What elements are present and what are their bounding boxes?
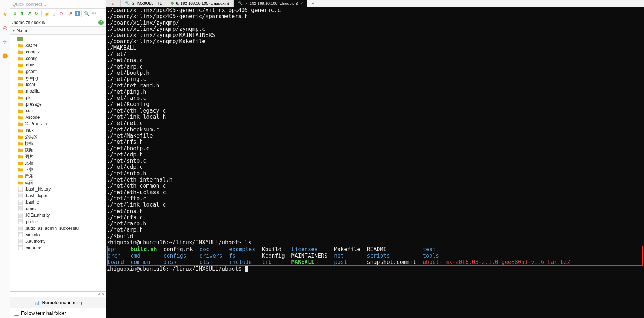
tree-item-label: 音乐 (25, 173, 33, 179)
tree-item[interactable]: .. (10, 36, 106, 42)
tree-item[interactable]: .gnupg (10, 75, 106, 81)
folder-icon (17, 147, 23, 152)
path-input[interactable] (12, 20, 97, 25)
settings-icon[interactable]: ••• (90, 10, 97, 17)
status-dot-icon (171, 2, 174, 5)
tree-item-label: .cache (25, 43, 37, 48)
tree-item[interactable]: .Xauthority (10, 238, 106, 245)
follow-terminal-label: Follow terminal folder (21, 310, 66, 316)
close-icon[interactable]: × (300, 1, 303, 6)
check-icon: ✓ (98, 20, 104, 25)
tree-item-label: .bash_logout (25, 193, 50, 198)
folder-icon (17, 121, 23, 126)
tree-item[interactable]: .bash_logout (10, 192, 106, 199)
new-folder-icon[interactable]: ▣ (43, 10, 50, 17)
tree-item[interactable]: .bash_history (10, 186, 106, 192)
folder-icon (17, 134, 23, 139)
tree-item[interactable]: .ICEauthority (10, 212, 106, 219)
refresh-icon[interactable]: ⟳ (33, 10, 40, 17)
tab[interactable]: 6. 192.168.10.100 (zhiguoxin) (166, 0, 234, 7)
tree-item[interactable]: 图片 (10, 153, 106, 160)
tree-item[interactable]: .bashrc (10, 199, 106, 205)
target-icon[interactable]: ◎ (2, 25, 8, 31)
tree-item-label: .ICEauthority (25, 213, 50, 218)
tree-item-label: .pki (25, 95, 32, 100)
tree-item[interactable]: .sudo_as_admin_successful (10, 225, 106, 232)
text-a-icon[interactable]: A (68, 10, 74, 17)
folder-icon (17, 128, 23, 133)
remote-monitoring-button[interactable]: 📊 Remote monitoring (10, 297, 106, 308)
tab[interactable]: 🔧7. 192.168.10.100 (zhiguoxin)× (234, 0, 308, 7)
tree-item[interactable]: .profile (10, 219, 106, 225)
tree-item[interactable]: .vscode (10, 114, 106, 121)
tree-item[interactable]: 桌面 (10, 179, 106, 186)
tree-item[interactable]: .mozilla (10, 88, 106, 94)
chevron-right-icon[interactable]: > (102, 292, 104, 297)
folder-icon (17, 89, 23, 94)
file-icon (17, 193, 23, 198)
tree-item-label: .dmrc (25, 206, 36, 211)
tree-item[interactable]: .dmrc (10, 205, 106, 212)
tree-item[interactable]: .compiz (10, 49, 106, 55)
tree-item[interactable]: .viminfo (10, 232, 106, 238)
tree-item[interactable]: .cache (10, 42, 106, 49)
search-icon[interactable]: 🔍 (83, 10, 90, 17)
tree-item[interactable]: .dbus (10, 62, 106, 68)
tree-item[interactable]: .config (10, 55, 106, 62)
toolbar-divider (66, 10, 66, 17)
hscroll-row[interactable]: < > (10, 292, 106, 297)
delete-icon[interactable]: ⊘ (58, 10, 64, 17)
tree-item[interactable]: .ssh (10, 107, 106, 114)
tab[interactable]: ⌂ (106, 0, 121, 7)
quick-connect-input[interactable]: Quick connect... (10, 0, 106, 9)
tree-item-label: .Xauthority (25, 239, 45, 244)
orange-icon[interactable]: ⬤ (2, 52, 8, 59)
tab[interactable]: 🔧2. IMX6ULL-TTL (121, 0, 166, 7)
file-icon (17, 232, 23, 237)
folder-icon (17, 180, 23, 185)
path-bar: ✓ (10, 18, 106, 27)
star-icon[interactable]: ★ (2, 11, 8, 17)
tree-item[interactable]: 下载 (10, 166, 106, 173)
tree-item-label: .bashrc (25, 200, 39, 205)
tree-item[interactable]: 音乐 (10, 173, 106, 179)
folder-icon (17, 115, 23, 120)
send-icon[interactable]: ✈ (2, 38, 8, 45)
tree-item[interactable]: .pki (10, 94, 106, 101)
new-tab-button[interactable]: + (307, 0, 319, 7)
tree-item[interactable]: linux (10, 127, 106, 134)
tree-item[interactable]: .xinputrc (10, 245, 106, 251)
upload-icon[interactable]: ⬆ (19, 10, 25, 17)
tab-label: 6. 192.168.10.100 (zhiguoxin) (176, 1, 229, 5)
tree-item[interactable]: .local (10, 81, 106, 88)
tree-item-label: .. (24, 36, 27, 41)
file-icon (17, 206, 23, 211)
follow-terminal-checkbox[interactable] (14, 311, 19, 316)
chevron-left-icon[interactable]: < (98, 292, 100, 297)
terminal[interactable]: ./board/xilinx/ppc405-generic/xilinx_ppc… (106, 7, 644, 318)
tree-header[interactable]: ▼ Name (10, 27, 106, 35)
tree-item[interactable]: 文档 (10, 160, 106, 166)
external-icon[interactable]: ↗ (26, 10, 33, 17)
file-tree[interactable]: ...cache.compiz.config.dbus.gconf.gnupg.… (10, 35, 106, 292)
tree-item[interactable]: C_Program (10, 121, 106, 127)
tree-item-label: .dbus (25, 62, 35, 68)
file-icon (17, 239, 23, 244)
hidden-toggle-icon[interactable]: ▮ (75, 11, 80, 16)
tree-item[interactable]: 视频 (10, 147, 106, 153)
download-icon[interactable]: ⬇ (12, 10, 18, 17)
new-file-icon[interactable]: ▯ (51, 10, 57, 17)
tree-item-label: 公共的 (25, 134, 38, 140)
tree-item-label: .presage (25, 102, 42, 107)
follow-terminal-row[interactable]: Follow terminal folder (10, 308, 106, 318)
left-rail: ★ ◎ ✈ ⬤ (0, 0, 10, 318)
tree-item-label: 模板 (25, 140, 33, 147)
folder-icon (17, 174, 23, 179)
tree-item[interactable]: .presage (10, 101, 106, 107)
remote-monitoring-label: Remote monitoring (42, 300, 82, 305)
file-icon (17, 200, 23, 205)
tree-item[interactable]: 模板 (10, 140, 106, 147)
tree-item[interactable]: .gconf (10, 68, 106, 75)
tree-item[interactable]: 公共的 (10, 134, 106, 140)
tree-item-label: .mozilla (25, 89, 40, 94)
